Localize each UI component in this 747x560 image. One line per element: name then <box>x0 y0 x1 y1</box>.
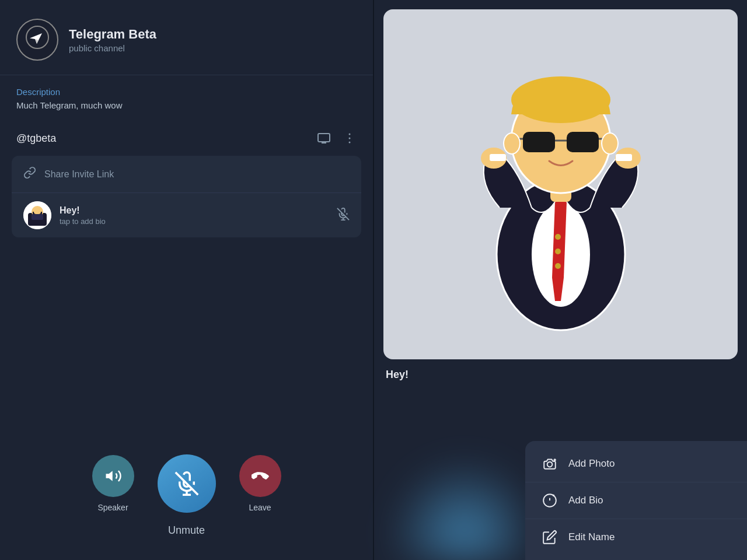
svg-point-23 <box>555 249 561 254</box>
leave-circle <box>239 455 281 497</box>
participant-name: Hey! <box>60 205 329 216</box>
add-bio-label: Add Bio <box>568 495 603 506</box>
edit-name-label: Edit Name <box>568 531 615 543</box>
username-actions <box>317 131 357 145</box>
username-row: @tgbeta <box>0 122 373 151</box>
svg-rect-26 <box>490 154 506 161</box>
svg-point-39 <box>547 462 553 467</box>
edit-name-item[interactable]: Edit Name <box>525 519 747 555</box>
svg-rect-32 <box>523 132 555 152</box>
svg-rect-9 <box>34 209 41 214</box>
desc-label: Description <box>16 87 357 97</box>
svg-point-24 <box>555 263 561 269</box>
svg-point-38 <box>602 133 618 154</box>
svg-rect-28 <box>616 154 632 161</box>
channel-info: Telegram Beta public channel <box>69 27 156 53</box>
mute-circle <box>158 454 216 513</box>
svg-marker-14 <box>106 471 112 481</box>
speaker-label: Speaker <box>97 503 128 512</box>
share-invite-link-row[interactable]: Share Invite Link <box>12 156 361 193</box>
telegram-icon <box>26 26 49 54</box>
mic-off-icon <box>337 208 350 223</box>
speaker-button[interactable]: Speaker <box>92 455 134 512</box>
context-menu: Add Photo Add Bio Edit Name <box>525 441 747 560</box>
speaker-circle <box>92 455 134 497</box>
edit-name-icon <box>542 530 558 545</box>
svg-rect-33 <box>567 132 599 152</box>
svg-point-3 <box>349 138 351 139</box>
channel-name: Telegram Beta <box>69 27 156 42</box>
desc-text: Much Telegram, much wow <box>16 100 357 110</box>
add-bio-item[interactable]: Add Bio <box>525 482 747 519</box>
participant-info: Hey! tap to add bio <box>60 205 329 226</box>
add-photo-item[interactable]: Add Photo <box>525 446 747 482</box>
more-options-button[interactable] <box>343 131 357 145</box>
svg-line-46 <box>553 495 554 496</box>
user-name-display: Hey! <box>374 359 747 390</box>
right-panel: Hey! Add Photo <box>374 0 747 560</box>
svg-point-4 <box>349 142 351 144</box>
svg-point-2 <box>349 134 351 135</box>
bottom-controls: Speaker <box>0 454 373 537</box>
unmute-label: Unmute <box>168 524 205 537</box>
svg-rect-1 <box>318 134 330 142</box>
svg-point-22 <box>555 234 561 240</box>
leave-button[interactable]: Leave <box>239 455 281 512</box>
screen-share-button[interactable] <box>317 131 331 145</box>
sticker-svg <box>467 33 654 336</box>
channel-description-section: Description Much Telegram, much wow <box>0 75 373 122</box>
control-buttons: Speaker <box>92 454 281 513</box>
add-bio-icon <box>542 493 558 508</box>
link-icon <box>23 166 36 182</box>
mute-button[interactable] <box>158 454 216 513</box>
channel-username: @tgbeta <box>16 132 56 145</box>
channel-logo <box>16 19 58 61</box>
blurred-bg <box>374 443 525 560</box>
left-panel: Telegram Beta public channel Description… <box>0 0 373 560</box>
sticker-preview <box>383 9 738 359</box>
channel-type: public channel <box>69 43 156 53</box>
leave-label: Leave <box>249 503 271 512</box>
participant-avatar <box>23 201 51 229</box>
svg-rect-10 <box>32 214 43 220</box>
invite-card: Share Invite Link Hey! tap to add bio <box>12 156 361 237</box>
channel-header: Telegram Beta public channel <box>0 0 373 75</box>
add-photo-icon <box>542 456 558 471</box>
invite-link-label: Share Invite Link <box>44 169 114 180</box>
svg-point-37 <box>504 133 520 154</box>
participant-row[interactable]: Hey! tap to add bio <box>12 193 361 237</box>
participant-sub: tap to add bio <box>60 217 329 226</box>
add-photo-label: Add Photo <box>568 458 615 470</box>
